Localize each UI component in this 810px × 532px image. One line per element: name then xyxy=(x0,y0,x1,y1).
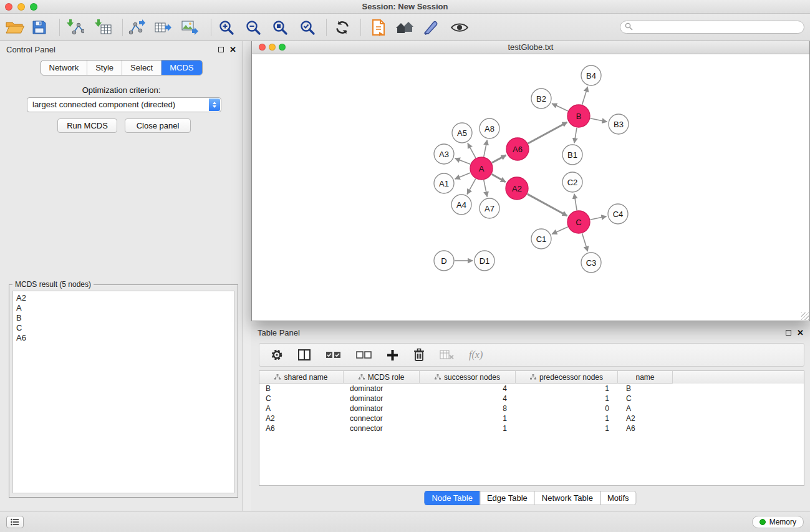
graph-node-D[interactable]: D xyxy=(434,251,454,271)
eye-icon[interactable] xyxy=(451,22,468,33)
zoom-window-button[interactable] xyxy=(30,3,37,11)
graph-edge-C-C4[interactable] xyxy=(591,216,607,220)
graph-edge-A-A5[interactable] xyxy=(468,143,476,158)
save-session-icon[interactable] xyxy=(32,20,47,35)
search-input[interactable] xyxy=(635,23,804,32)
graph-node-C4[interactable]: C4 xyxy=(608,204,628,224)
graph-edge-C-C3[interactable] xyxy=(582,233,588,251)
network-zoom-button[interactable] xyxy=(279,44,286,51)
table-row[interactable]: Bdominator41B xyxy=(259,384,804,394)
column-header-name[interactable]: name xyxy=(618,371,673,384)
table-row[interactable]: Cdominator41C xyxy=(259,394,804,404)
table-row[interactable]: A6connector11A6 xyxy=(259,423,804,433)
column-header-shared-name[interactable]: shared name xyxy=(259,371,344,384)
graph-node-C[interactable]: C xyxy=(567,211,590,233)
delete-selection-icon[interactable] xyxy=(413,348,425,362)
mcds-result-item[interactable]: B xyxy=(16,313,231,323)
network-snapshot-icon[interactable] xyxy=(371,19,386,36)
graph-edge-B-B1[interactable] xyxy=(574,128,577,143)
graph-edge-B-B4[interactable] xyxy=(582,87,588,105)
criterion-dropdown[interactable]: largest connected component (directed) xyxy=(27,97,221,112)
graph-node-A7[interactable]: A7 xyxy=(480,198,499,218)
tab-select[interactable]: Select xyxy=(122,60,161,75)
graph-node-A3[interactable]: A3 xyxy=(434,144,454,164)
export-table-icon[interactable] xyxy=(155,19,172,36)
graph-edge-A-A1[interactable] xyxy=(455,173,471,179)
close-table-panel-icon[interactable]: ✕ xyxy=(797,330,804,336)
graph-edge-B-B2[interactable] xyxy=(552,104,568,111)
graph-edge-A-A2[interactable] xyxy=(492,174,506,181)
graph-edge-A-A7[interactable] xyxy=(484,180,487,197)
delete-column-icon[interactable] xyxy=(440,350,454,360)
graph-edge-B-B3[interactable] xyxy=(591,118,607,122)
graph-edge-A-A8[interactable] xyxy=(484,140,487,157)
gear-icon[interactable] xyxy=(271,349,283,361)
graph-node-B1[interactable]: B1 xyxy=(562,145,582,165)
network-graph[interactable]: B4B2BB3A5A8A6A3B1AC2A1A2A4A7C4CC1C3DD1 xyxy=(252,54,809,321)
graph-node-C2[interactable]: C2 xyxy=(562,172,582,192)
mcds-result-item[interactable]: A2 xyxy=(16,293,231,303)
column-header-mcds-role[interactable]: MCDS role xyxy=(344,371,420,384)
run-mcds-button[interactable]: Run MCDS xyxy=(57,118,117,133)
graph-edge-A-A4[interactable] xyxy=(467,179,476,195)
graph-node-A[interactable]: A xyxy=(470,157,493,180)
graph-node-A5[interactable]: A5 xyxy=(452,123,472,143)
network-view-window[interactable]: testGlobe.txt B4B2BB3A5A8A6A3B1AC2A1A2A4… xyxy=(251,40,810,321)
network-minimize-button[interactable] xyxy=(269,44,276,51)
graph-edge-C-C1[interactable] xyxy=(552,227,567,234)
tab-mcds[interactable]: MCDS xyxy=(161,60,201,75)
window-resize-handle[interactable] xyxy=(801,312,809,320)
table-row[interactable]: A2connector11A2 xyxy=(259,414,804,423)
graph-node-A6[interactable]: A6 xyxy=(506,138,529,160)
mcds-result-item[interactable]: A6 xyxy=(16,333,231,343)
tab-network-table[interactable]: Network Table xyxy=(534,491,600,505)
show-columns-icon[interactable] xyxy=(298,349,311,360)
column-header-predecessor-nodes[interactable]: predecessor nodes xyxy=(516,371,618,384)
minimize-window-button[interactable] xyxy=(17,3,25,11)
mcds-result-list[interactable]: A2ABCA6 xyxy=(12,291,234,493)
import-table-icon[interactable] xyxy=(95,19,112,36)
node-table[interactable]: shared name MCDS role successor nodes pr… xyxy=(259,370,804,486)
graph-node-C3[interactable]: C3 xyxy=(581,253,601,273)
tab-network[interactable]: Network xyxy=(41,60,87,75)
column-header-successor-nodes[interactable]: successor nodes xyxy=(420,371,516,384)
graph-node-A2[interactable]: A2 xyxy=(506,177,528,200)
network-canvas[interactable]: B4B2BB3A5A8A6A3B1AC2A1A2A4A7C4CC1C3DD1 xyxy=(252,54,809,321)
graph-node-A1[interactable]: A1 xyxy=(434,173,454,193)
network-close-button[interactable] xyxy=(259,44,266,51)
mcds-result-item[interactable]: A xyxy=(16,303,231,313)
deselect-all-icon[interactable] xyxy=(356,351,372,359)
export-image-icon[interactable] xyxy=(181,20,199,35)
table-row[interactable]: Adominator80A xyxy=(259,404,804,414)
refresh-icon[interactable] xyxy=(335,20,350,35)
graph-node-A4[interactable]: A4 xyxy=(451,195,471,215)
float-table-panel-icon[interactable] xyxy=(786,330,791,336)
home-icon[interactable] xyxy=(395,21,414,34)
graph-node-D1[interactable]: D1 xyxy=(475,251,494,271)
graph-node-A8[interactable]: A8 xyxy=(480,118,499,138)
memory-button[interactable]: Memory xyxy=(752,516,804,528)
import-network-icon[interactable] xyxy=(67,19,84,36)
tab-edge-table[interactable]: Edge Table xyxy=(480,491,535,505)
close-panel-icon[interactable]: ✕ xyxy=(229,47,236,52)
function-builder-icon[interactable]: f(x) xyxy=(469,349,483,360)
graph-edge-A-A3[interactable] xyxy=(455,158,471,164)
tab-motifs[interactable]: Motifs xyxy=(600,491,637,505)
graph-node-C1[interactable]: C1 xyxy=(531,229,551,249)
graph-edge-A6-B[interactable] xyxy=(528,122,567,143)
graph-node-B4[interactable]: B4 xyxy=(581,65,601,85)
graphics-details-icon[interactable] xyxy=(423,20,440,35)
task-history-button[interactable] xyxy=(6,516,24,528)
export-network-icon[interactable] xyxy=(128,19,145,36)
graph-node-B2[interactable]: B2 xyxy=(531,89,551,109)
tab-node-table[interactable]: Node Table xyxy=(424,491,480,505)
tab-style[interactable]: Style xyxy=(87,60,122,75)
graph-edge-A-A6[interactable] xyxy=(492,155,506,163)
select-all-icon[interactable] xyxy=(325,351,341,359)
mcds-result-item[interactable]: C xyxy=(16,323,231,333)
float-panel-icon[interactable] xyxy=(218,47,224,52)
zoom-out-icon[interactable] xyxy=(245,19,261,36)
graph-edge-A2-C[interactable] xyxy=(528,194,567,216)
zoom-in-icon[interactable] xyxy=(218,19,234,36)
close-panel-button[interactable]: Close panel xyxy=(125,118,191,133)
